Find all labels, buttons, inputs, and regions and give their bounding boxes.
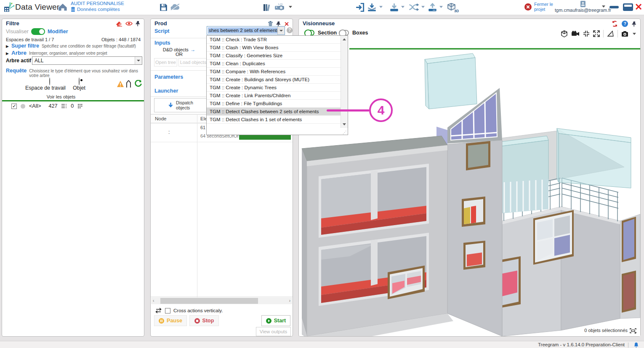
dropdown-item[interactable]: TGM :: Clean : Duplicates <box>207 60 341 68</box>
scrollbar-thumb[interactable] <box>160 298 258 304</box>
sync-disabled-icon[interactable] <box>612 21 618 27</box>
close-project-button[interactable]: Fermer leprojet <box>524 2 553 12</box>
dropdown-item[interactable]: TGM :: Compare : With References <box>207 68 341 76</box>
tree-section-hint: Interroger, organiser, analyser votre pr… <box>29 51 107 56</box>
home-icon[interactable] <box>58 3 67 11</box>
dropdown-item[interactable]: TGM :: Define : File TgmBuildings <box>207 100 341 108</box>
cross-actions-label[interactable]: Cross actions verticaly. <box>173 308 223 313</box>
dispatch-objects-button[interactable]: Dispatchobjects <box>154 98 207 112</box>
notifications-bell-icon[interactable] <box>633 342 639 348</box>
start-button[interactable]: Start <box>261 315 290 326</box>
section-toggle[interactable] <box>304 30 314 36</box>
load-objects-button[interactable]: Load objects <box>178 58 208 66</box>
cross-actions-checkbox[interactable] <box>165 308 170 313</box>
tree-section[interactable]: ▶ Arbre Interroger, organiser, analyser … <box>6 50 107 56</box>
projector-icon[interactable] <box>274 3 286 11</box>
dropdown-item[interactable]: TGM :: Detect Clashes in 1 set of elemen… <box>207 116 341 124</box>
cloud-offline-icon[interactable] <box>170 4 180 11</box>
data-mode-label: Données complètes <box>77 7 120 12</box>
download-caret[interactable] <box>379 6 383 8</box>
dropdown-item[interactable]: TGM :: Clash : With View Boxes <box>207 44 341 52</box>
3d-model[interactable] <box>299 40 640 336</box>
expand-icon[interactable] <box>593 30 600 37</box>
stop-icon <box>194 318 200 324</box>
pin-icon[interactable] <box>632 21 637 27</box>
expand-arrow-icon[interactable]: ▶ <box>6 51 9 56</box>
dropdown-item[interactable]: TGM :: Create : Dynamic Trees <box>207 84 341 92</box>
section-toggle-group[interactable]: Section <box>304 30 337 36</box>
stop-button[interactable]: Stop <box>189 315 219 326</box>
pin-icon[interactable] <box>136 21 141 27</box>
script-combobox[interactable]: shes between 2 sets of elements <box>207 26 285 35</box>
super-filter-hint: Spécifiez une condition de super filtrag… <box>42 44 136 48</box>
dropdown-item[interactable]: TGM :: Create : Buildings and Storeys (M… <box>207 76 341 84</box>
tree-status-dot <box>21 104 25 109</box>
view-outputs-button[interactable]: View outputs <box>256 327 291 336</box>
import-icon[interactable] <box>356 3 365 12</box>
projector-menu-caret[interactable] <box>289 6 292 8</box>
download-reference-icon[interactable] <box>367 3 377 12</box>
selection-icon <box>630 328 636 334</box>
script-combobox-caret[interactable] <box>277 27 285 35</box>
video-camera-icon[interactable] <box>571 31 580 37</box>
script-help-icon[interactable]: ? <box>287 27 293 33</box>
refresh-icon[interactable] <box>134 80 142 88</box>
radio-object[interactable] <box>79 77 80 85</box>
super-filter-label: Super filtre <box>11 43 39 49</box>
user-menu-caret[interactable] <box>602 5 605 8</box>
shuffle-caret[interactable] <box>421 6 425 8</box>
parameters-label: Parameters <box>154 74 183 80</box>
3d-cube-icon[interactable]: 3D <box>447 3 459 13</box>
shuffle-icon[interactable] <box>409 3 419 11</box>
dropdown-item[interactable]: TGM :: Classify : Geometries Size <box>207 52 341 60</box>
window-maximize-button[interactable] <box>623 3 633 11</box>
tree-checkbox[interactable] <box>11 104 17 109</box>
top-toolbar: Data Viewer AUDIT PERSONNALISE Données c… <box>0 0 644 15</box>
select-caret-icon[interactable] <box>135 57 142 64</box>
mode-toggle[interactable] <box>31 28 45 35</box>
upload-caret[interactable] <box>439 6 443 8</box>
download-objects-icon[interactable] <box>389 3 399 12</box>
warning-icon <box>117 80 124 88</box>
boxes-toggle-group[interactable]: Boxes <box>339 30 368 36</box>
radio-workspace-label[interactable]: Espace de travail <box>25 85 97 91</box>
boxes-toggle[interactable] <box>339 30 349 36</box>
swap-icon <box>155 308 162 313</box>
save-icon[interactable] <box>160 3 168 11</box>
see-objects-label: Voir les objets <box>27 94 95 99</box>
dropdown-resize-grip[interactable]: ⋰ <box>343 130 347 135</box>
eye-icon[interactable] <box>125 21 133 26</box>
window-close-button[interactable]: ✕ <box>635 2 642 12</box>
tree-root-row[interactable]: <All> 427 0 <box>11 103 82 109</box>
zoom-fit-icon[interactable] <box>583 30 590 37</box>
dropdown-item[interactable]: TGM :: Check : Trade STR <box>207 36 341 44</box>
node-cell[interactable]: : <box>168 129 170 135</box>
upload-icon[interactable] <box>428 3 437 12</box>
snapshot-icon[interactable] <box>621 31 629 37</box>
snapshot-caret[interactable] <box>633 33 636 35</box>
pause-button[interactable]: Pause <box>154 315 187 326</box>
dropdown-scrollbar[interactable] <box>341 36 348 128</box>
cube-view-icon[interactable] <box>561 30 568 37</box>
dropdown-item-highlighted[interactable]: TGM :: Detect Clashes between 2 sets of … <box>207 108 341 116</box>
download-objects-caret[interactable] <box>401 6 404 8</box>
window-minimize-button[interactable] <box>609 6 619 8</box>
close-panel-icon[interactable]: ✕ <box>284 21 289 27</box>
radio-workspace[interactable] <box>49 77 50 85</box>
3d-viewport[interactable] <box>299 40 640 336</box>
measure-icon[interactable] <box>607 30 614 37</box>
library-icon[interactable] <box>263 3 272 12</box>
active-tree-select[interactable]: ALL <box>32 56 142 65</box>
close-project-icon <box>524 3 532 11</box>
project-context[interactable]: AUDIT PERSONNALISE Données complètes <box>71 1 124 12</box>
dropdown-item[interactable]: TGM :: Create : Link Parents/Children <box>207 92 341 100</box>
open-tree-button[interactable]: Open tree <box>154 58 177 66</box>
radio-object-label[interactable]: Objet <box>73 85 85 91</box>
super-filter-section[interactable]: ▶ Super filtre Spécifiez une condition d… <box>6 43 136 49</box>
expand-arrow-icon[interactable]: ▶ <box>6 44 9 48</box>
tree-structure-icon[interactable] <box>125 80 132 88</box>
help-icon[interactable]: ? <box>622 21 628 27</box>
query-hint: Choisissez le type d'élément que vous so… <box>29 69 144 78</box>
eraser-icon[interactable] <box>116 21 122 27</box>
horizontal-scrollbar[interactable]: ‹ › <box>151 298 292 304</box>
